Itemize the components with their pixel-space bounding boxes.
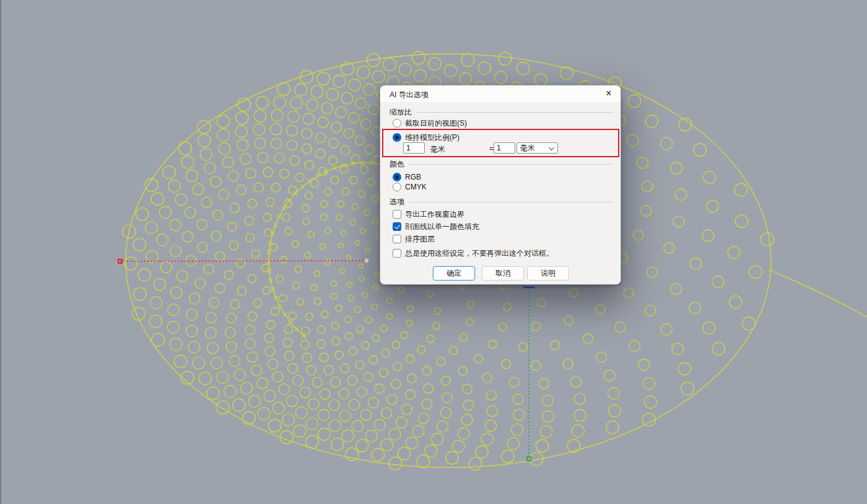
checkbox-sort-layers[interactable]: 排序图层 (393, 234, 435, 244)
equals-sign: = (489, 144, 494, 153)
cad-viewport[interactable]: AI 导出选项 × 缩放比 截取目前的视图(S) 维持模型比例(P) 毫米 = … (0, 0, 867, 504)
chevron-down-icon (549, 144, 555, 150)
radio-snapshot-view[interactable]: 截取目前的视图(S) (393, 118, 467, 128)
left-unit-label: 毫米 (430, 144, 445, 155)
section-options-header: 选项 (390, 198, 613, 206)
checkbox-icon[interactable] (393, 222, 401, 231)
divider (417, 112, 613, 113)
right-scale-input[interactable] (494, 142, 515, 154)
checkbox-always-use-settings[interactable]: 总是使用这些设定，不要再弹出这个对话框。 (393, 248, 554, 258)
radio-rgb[interactable]: RGB (393, 172, 421, 182)
checkbox-export-viewport-border[interactable]: 导出工作视窗边界 (393, 209, 464, 219)
help-button[interactable]: 说明 (527, 266, 569, 280)
cancel-button[interactable]: 取消 (482, 266, 524, 280)
right-unit-dropdown[interactable]: 毫米 (516, 142, 558, 154)
radio-snapshot-label: 截取目前的视图(S) (405, 118, 467, 129)
left-scale-input[interactable] (403, 142, 425, 154)
dialog-titlebar[interactable]: AI 导出选项 × (380, 85, 621, 103)
checkbox-label: 排序图层 (405, 234, 435, 245)
ai-export-options-dialog: AI 导出选项 × 缩放比 截取目前的视图(S) 维持模型比例(P) 毫米 = … (380, 85, 621, 285)
radio-cmyk-label: CMYK (405, 183, 427, 191)
checkbox-label: 总是使用这些设定，不要再弹出这个对话框。 (405, 248, 554, 259)
section-scale-header: 缩放比 (390, 108, 613, 116)
radio-cmyk[interactable]: CMYK (393, 182, 427, 192)
ok-button[interactable]: 确定 (433, 266, 475, 280)
checkbox-icon[interactable] (393, 249, 401, 258)
dialog-title: AI 导出选项 (390, 90, 429, 100)
radio-rgb-label: RGB (405, 173, 421, 181)
close-icon[interactable]: × (603, 87, 615, 100)
checkbox-icon[interactable] (393, 210, 401, 219)
section-color-label: 颜色 (390, 159, 404, 170)
divider (409, 164, 613, 165)
right-unit-value: 毫米 (520, 143, 535, 154)
radio-model-scale[interactable]: 维持模型比例(P) (393, 133, 460, 142)
radio-model-label: 维持模型比例(P) (405, 133, 460, 143)
checkbox-hatch-single-color[interactable]: 剖面线以单一颜色填充 (393, 222, 479, 232)
checkbox-icon[interactable] (393, 235, 401, 243)
radio-icon[interactable] (393, 173, 401, 181)
radio-icon[interactable] (393, 183, 401, 191)
radio-icon[interactable] (393, 119, 401, 128)
section-options-label: 选项 (390, 197, 404, 207)
section-color-header: 颜色 (390, 160, 613, 168)
radio-icon[interactable] (393, 133, 401, 142)
checkbox-label: 导出工作视窗边界 (405, 209, 464, 220)
section-scale-label: 缩放比 (390, 107, 412, 118)
checkbox-label: 剖面线以单一颜色填充 (405, 222, 479, 232)
divider (409, 202, 613, 202)
